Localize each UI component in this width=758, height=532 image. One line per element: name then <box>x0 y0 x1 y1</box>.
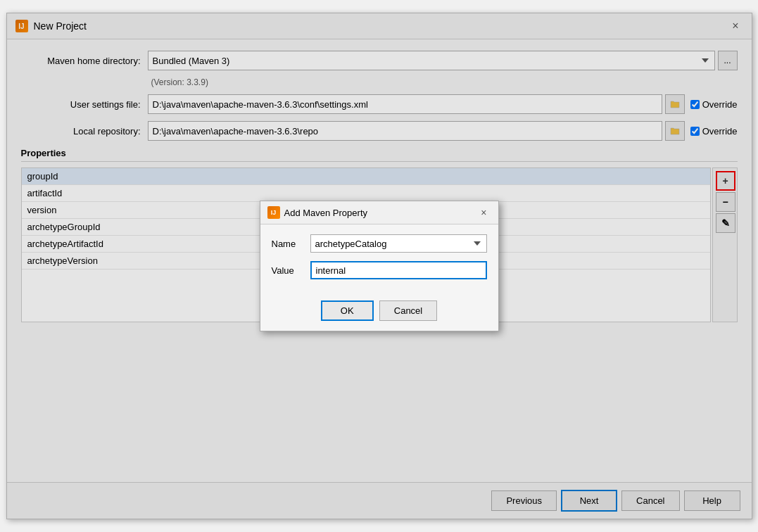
sub-dialog-buttons: OK Cancel <box>260 298 498 331</box>
sub-name-row: Name archetypeCatalog <box>272 234 487 253</box>
sub-dialog-title: Add Maven Property <box>284 208 368 218</box>
sub-title-left: IJ Add Maven Property <box>267 206 368 219</box>
sub-name-label: Name <box>272 239 310 249</box>
add-maven-property-dialog: IJ Add Maven Property × Name archetypeCa… <box>260 201 499 331</box>
new-project-dialog: IJ New Project × Maven home directory: B… <box>6 13 752 519</box>
sub-dialog-content: Name archetypeCatalog Value <box>260 224 498 298</box>
sub-dialog-titlebar: IJ Add Maven Property × <box>260 201 498 224</box>
sub-dialog-close-button[interactable]: × <box>476 206 491 219</box>
sub-ok-button[interactable]: OK <box>321 300 374 321</box>
sub-value-row: Value <box>272 261 487 279</box>
sub-cancel-button[interactable]: Cancel <box>379 300 437 321</box>
sub-name-select[interactable]: archetypeCatalog <box>310 234 487 253</box>
overlay: IJ Add Maven Property × Name archetypeCa… <box>7 13 752 519</box>
sub-value-input[interactable] <box>310 261 487 279</box>
sub-value-label: Value <box>272 265 310 276</box>
sub-name-select-group: archetypeCatalog <box>310 234 487 253</box>
sub-app-icon: IJ <box>267 206 280 219</box>
